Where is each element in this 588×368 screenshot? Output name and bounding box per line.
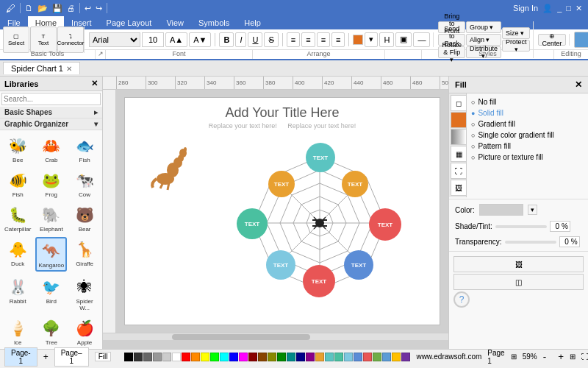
color-swatch[interactable] bbox=[277, 353, 286, 361]
lib-item-bear[interactable]: 🐻Bear bbox=[70, 202, 99, 234]
h-scrollbar[interactable] bbox=[103, 333, 448, 340]
tab-page-layout[interactable]: Page Layout bbox=[99, 16, 159, 29]
lib-item-duck[interactable]: 🐥Duck bbox=[3, 237, 32, 272]
spider-chart[interactable]: TEXT TEXT TEXT TEXT TEXT TEXT TEXT bbox=[213, 138, 426, 308]
fill-type-3-icon[interactable] bbox=[451, 129, 467, 145]
color-swatch[interactable] bbox=[191, 353, 200, 361]
basic-tools-expand[interactable]: ↗ bbox=[96, 50, 106, 59]
align-button[interactable]: Align ▾ bbox=[466, 34, 501, 46]
transparency-slider[interactable] bbox=[505, 241, 556, 244]
color-swatch[interactable] bbox=[325, 353, 334, 361]
lib-item-bee[interactable]: 🐝Bee bbox=[3, 133, 32, 165]
color-swatch[interactable] bbox=[143, 353, 152, 361]
align-right-button[interactable]: ≡ bbox=[317, 32, 330, 47]
spider-node-3[interactable]: TEXT bbox=[237, 208, 268, 239]
spider-node-4[interactable]: TEXT bbox=[266, 250, 295, 280]
lib-item-kangaroo[interactable]: 🦘Kangaroo bbox=[35, 237, 67, 272]
fill-option-gradient[interactable]: ○ Gradient fill bbox=[471, 118, 584, 130]
signin-icon[interactable]: 👤 bbox=[542, 4, 553, 13]
picture-radio[interactable]: ○ bbox=[471, 154, 475, 161]
color-swatch[interactable] bbox=[239, 353, 248, 361]
font-size-input[interactable] bbox=[142, 32, 164, 47]
lib-item-spider-w...[interactable]: 🕷Spider W... bbox=[70, 275, 99, 313]
color-swatch[interactable] bbox=[248, 353, 257, 361]
color-swatch[interactable] bbox=[363, 353, 372, 361]
lib-item-tree[interactable]: 🌳Tree bbox=[35, 316, 67, 349]
group-button[interactable]: Group ▾ bbox=[466, 21, 501, 33]
color-swatch[interactable] bbox=[392, 353, 401, 361]
print-icon[interactable]: 🖨 bbox=[67, 4, 75, 13]
library-search-input[interactable] bbox=[1, 93, 101, 105]
color-swatch[interactable] bbox=[210, 353, 219, 361]
lib-item-rabbit[interactable]: 🐰Rabbit bbox=[3, 275, 32, 313]
fill-option-single-color[interactable]: ○ Single color gradient fill bbox=[471, 130, 584, 141]
tab-help[interactable]: Help bbox=[237, 16, 268, 29]
tab-view[interactable]: View bbox=[159, 16, 191, 29]
select-button[interactable]: ▢Select bbox=[3, 26, 29, 53]
basic-shapes-section[interactable]: Basic Shapes ▸ bbox=[0, 107, 102, 118]
font-color-dropdown[interactable]: ▾ bbox=[365, 32, 378, 47]
tab-symbols[interactable]: Symbols bbox=[191, 16, 237, 29]
fill-shadow-option[interactable]: ◫ bbox=[453, 274, 584, 290]
new-icon[interactable]: 🗋 bbox=[25, 4, 33, 13]
color-swatch[interactable] bbox=[172, 353, 181, 361]
minimize-icon[interactable]: _ bbox=[557, 4, 562, 13]
no-fill-radio[interactable]: ○ bbox=[471, 99, 475, 106]
color-swatch[interactable] bbox=[334, 353, 343, 361]
fill-option-picture[interactable]: ○ Picture or texture fill bbox=[471, 152, 584, 163]
page-tab-label[interactable]: Page–1 bbox=[54, 347, 89, 367]
color-swatch[interactable] bbox=[124, 353, 133, 361]
center-button[interactable]: ⊕ Center bbox=[538, 34, 565, 46]
color-swatch[interactable] bbox=[220, 353, 229, 361]
style-preview-1[interactable] bbox=[574, 32, 589, 48]
fill-type-4-icon[interactable]: ▦ bbox=[451, 146, 467, 162]
strikethrough-button[interactable]: S bbox=[264, 32, 278, 47]
fill-option-solid[interactable]: ● Solid fill bbox=[471, 107, 584, 118]
save-icon[interactable]: 💾 bbox=[52, 4, 62, 13]
transparency-value-input[interactable] bbox=[559, 236, 580, 247]
fill-help-button[interactable]: ? bbox=[453, 291, 470, 308]
zoom-in-button[interactable]: + bbox=[558, 351, 564, 362]
layout-icon[interactable]: ⊞ bbox=[570, 353, 576, 361]
libraries-collapse-icon[interactable]: ✕ bbox=[91, 79, 98, 88]
fit-icon[interactable]: ⛶ bbox=[581, 353, 588, 361]
font-decrease-button[interactable]: A▼ bbox=[189, 32, 211, 47]
lib-item-caterpillar[interactable]: 🐛Caterpillar bbox=[3, 202, 32, 234]
spider-node-8[interactable]: TEXT bbox=[342, 171, 368, 197]
lib-item-fish[interactable]: 🐠Fish bbox=[3, 168, 32, 199]
lib-item-ice-cream[interactable]: 🍦Ice Cream bbox=[3, 316, 32, 349]
drawing-area[interactable]: Add Your Title Here Replace your text he… bbox=[124, 97, 440, 325]
fill-type-1-icon[interactable]: ◻ bbox=[451, 95, 467, 111]
highlight-button[interactable]: H bbox=[379, 32, 394, 47]
lib-item-crab[interactable]: 🦀Crab bbox=[35, 133, 67, 165]
align-justify-button[interactable]: ≡ bbox=[331, 32, 345, 47]
color-swatch[interactable] bbox=[182, 353, 190, 361]
align-center-button[interactable]: ≡ bbox=[301, 32, 315, 47]
canvas-area[interactable]: 2803003203403603804004204404604805005205… bbox=[103, 77, 448, 349]
font-color-box[interactable] bbox=[353, 35, 363, 45]
lib-item-fish[interactable]: 🐟Fish bbox=[70, 133, 99, 165]
redo-icon[interactable]: ↪ bbox=[96, 4, 102, 13]
connector-button[interactable]: ⤵Connector bbox=[57, 26, 84, 53]
lib-item-apple[interactable]: 🍎Apple bbox=[70, 316, 99, 349]
color-swatch[interactable] bbox=[162, 353, 171, 361]
color-swatch[interactable] bbox=[201, 353, 209, 361]
color-swatch[interactable] bbox=[344, 353, 353, 361]
page-tab-1[interactable]: Page-1 bbox=[4, 347, 37, 367]
color-swatch[interactable] bbox=[296, 353, 305, 361]
align-left-button[interactable]: ≡ bbox=[287, 32, 300, 47]
color-swatch[interactable] bbox=[229, 353, 238, 361]
font-selector[interactable]: Arial bbox=[89, 32, 140, 47]
shade-slider[interactable] bbox=[495, 225, 547, 228]
font-increase-button[interactable]: A▲ bbox=[165, 32, 187, 47]
text-button[interactable]: TText bbox=[30, 26, 57, 53]
color-swatch[interactable] bbox=[134, 353, 143, 361]
lib-item-frog[interactable]: 🐸Frog bbox=[35, 168, 67, 199]
color-swatch[interactable] bbox=[306, 353, 315, 361]
color-picker-box[interactable] bbox=[479, 204, 523, 216]
lib-item-giraffe[interactable]: 🦒Giraffe bbox=[70, 237, 99, 272]
fill-option-no-fill[interactable]: ○ No fill bbox=[471, 96, 584, 107]
color-swatch[interactable] bbox=[153, 353, 162, 361]
fit-page-icon[interactable]: ⊞ bbox=[511, 353, 517, 361]
solid-fill-radio[interactable]: ● bbox=[471, 110, 475, 117]
